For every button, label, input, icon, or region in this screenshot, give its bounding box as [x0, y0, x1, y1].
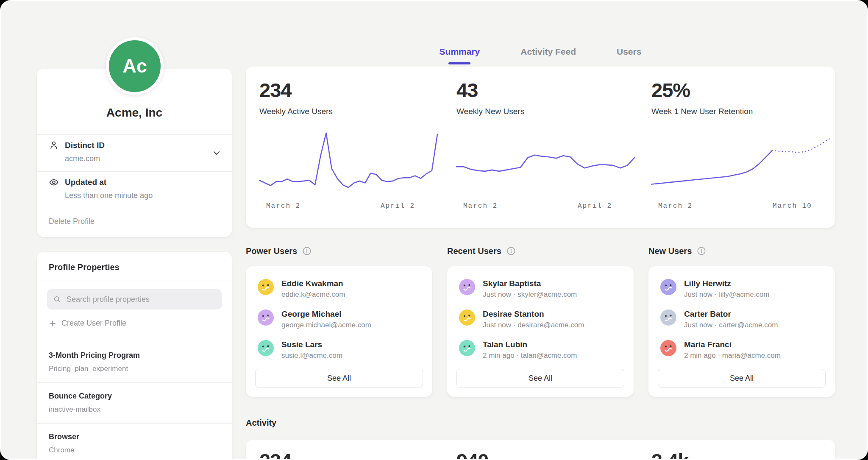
- avatar: [258, 340, 274, 356]
- activity-stat: 234: [259, 449, 291, 460]
- user-meta: Maria Franci 2 min ago · maria@acme.com: [684, 340, 781, 360]
- plus-icon: [49, 320, 56, 327]
- stat-weekly-active-users: 234 Weekly Active Users March 2 April 2: [259, 80, 437, 116]
- x-tick: April 2: [578, 202, 612, 210]
- property-value: inactive-mailbox: [49, 405, 100, 414]
- user-name: Skylar Baptista: [483, 279, 577, 288]
- x-tick: March 10: [773, 202, 812, 210]
- user-subtitle: Just now · lilly@acme.com: [684, 290, 769, 299]
- user-meta: Desirae Stanton Just now · desirare@acme…: [483, 309, 584, 329]
- tab-users[interactable]: Users: [617, 47, 641, 64]
- avatar: [660, 279, 676, 295]
- eye-icon: [49, 177, 59, 187]
- face-icon: [660, 309, 676, 326]
- property-item[interactable]: Bounce Category inactive-mailbox: [37, 382, 232, 423]
- property-name: Browser: [49, 432, 79, 441]
- weekly-active-users-chart: [259, 127, 437, 197]
- org-avatar: Ac: [106, 37, 164, 95]
- delete-profile-button[interactable]: Delete Profile: [49, 217, 95, 226]
- user-name: George Michael: [281, 309, 371, 319]
- x-tick: April 2: [381, 202, 415, 210]
- property-name: 3-Month Pricing Program: [49, 351, 140, 360]
- property-name: Bounce Category: [49, 392, 112, 401]
- info-icon[interactable]: [697, 246, 706, 256]
- avatar: [459, 309, 475, 326]
- recent-users-section: Recent Users Skylar Baptista Just now · …: [447, 246, 634, 397]
- user-subtitle: Just now · desirare@acme.com: [483, 321, 584, 329]
- tab-activity-feed[interactable]: Activity Feed: [520, 47, 576, 64]
- list-item[interactable]: George Michael george.michael@acme.com: [258, 309, 420, 329]
- user-subtitle: eddie.k@acme.com: [281, 290, 345, 299]
- face-icon: [459, 340, 475, 356]
- list-item[interactable]: Skylar Baptista Just now · skyler@acme.c…: [459, 279, 622, 299]
- user-meta: Susie Lars susie.l@acme.com: [281, 340, 342, 360]
- x-axis-ticks: March 2 April 2: [456, 202, 634, 211]
- user-meta: Skylar Baptista Just now · skyler@acme.c…: [483, 279, 577, 299]
- see-all-button[interactable]: See All: [255, 369, 423, 388]
- user-list-card: Eddie Kwakman eddie.k@acme.com George Mi…: [246, 266, 432, 397]
- face-icon: [660, 340, 676, 356]
- user-name: Talan Lubin: [483, 340, 577, 349]
- user-name: Lilly Herwitz: [684, 279, 769, 288]
- updated-at-row: Updated at Less than one minute ago: [37, 171, 232, 211]
- divider: [37, 211, 232, 211]
- list-item[interactable]: Eddie Kwakman eddie.k@acme.com: [258, 279, 420, 299]
- user-name: Maria Franci: [684, 340, 781, 349]
- search-input[interactable]: [66, 295, 216, 304]
- list-item[interactable]: Susie Lars susie.l@acme.com: [258, 340, 420, 360]
- create-user-profile-button[interactable]: Create User Profile: [49, 319, 126, 328]
- tab-summary[interactable]: Summary: [440, 47, 480, 64]
- app-frame: Ac Acme, Inc Distinct ID acme.com: [0, 0, 868, 460]
- chevron-down-icon[interactable]: [211, 148, 222, 158]
- avatar: [258, 309, 274, 326]
- x-axis-ticks: March 2 April 2: [259, 202, 437, 211]
- profile-properties-title: Profile Properties: [37, 252, 232, 272]
- stat-value: 25%: [651, 80, 829, 100]
- stat-label: Weekly Active Users: [259, 107, 437, 116]
- activity-stat: 3.4k: [651, 449, 688, 460]
- user-list-card: Skylar Baptista Just now · skyler@acme.c…: [447, 266, 634, 397]
- avatar: [660, 309, 676, 326]
- stat-value: 234: [259, 80, 437, 100]
- info-icon[interactable]: [506, 246, 516, 256]
- list-item[interactable]: Desirae Stanton Just now · desirare@acme…: [459, 309, 622, 329]
- avatar: [459, 340, 475, 356]
- list-item[interactable]: Lilly Herwitz Just now · lilly@acme.com: [660, 279, 823, 299]
- property-item[interactable]: Browser Chrome: [37, 423, 232, 460]
- user-subtitle: george.michael@acme.com: [281, 321, 371, 329]
- list-item[interactable]: Carter Bator Just now · carter@acme.com: [660, 309, 823, 329]
- activity-card: 234 940 3.4k: [246, 440, 835, 460]
- distinct-id-row: Distinct ID acme.com: [37, 134, 232, 171]
- tab-bar: Summary Activity Feed Users: [246, 47, 835, 64]
- face-icon: [258, 309, 274, 326]
- user-meta: George Michael george.michael@acme.com: [281, 309, 371, 329]
- distinct-id-label: Distinct ID: [65, 141, 105, 150]
- property-item[interactable]: 3-Month Pricing Program Pricing_plan_exp…: [37, 342, 232, 382]
- week1-retention-chart: [651, 127, 829, 197]
- user-meta: Eddie Kwakman eddie.k@acme.com: [281, 279, 345, 299]
- info-icon[interactable]: [302, 246, 312, 256]
- section-title: Power Users: [246, 246, 297, 256]
- face-icon: [258, 340, 274, 356]
- divider: [37, 281, 232, 281]
- section-header: New Users: [648, 246, 835, 256]
- section-title: Recent Users: [447, 246, 501, 256]
- user-subtitle: susie.l@acme.com: [281, 351, 342, 360]
- person-icon: [49, 140, 59, 151]
- create-user-profile-label: Create User Profile: [61, 319, 126, 328]
- x-axis-ticks: March 2 March 10: [651, 202, 829, 211]
- user-subtitle: 2 min ago · maria@acme.com: [684, 351, 781, 360]
- see-all-button[interactable]: See All: [658, 369, 826, 388]
- list-item[interactable]: Talan Lubin 2 min ago · talan@acme.com: [459, 340, 622, 360]
- avatar: [660, 340, 676, 356]
- list-item[interactable]: Maria Franci 2 min ago · maria@acme.com: [660, 340, 823, 360]
- updated-at-value: Less than one minute ago: [65, 191, 153, 200]
- property-value: Chrome: [49, 446, 74, 454]
- weekly-new-users-chart: [456, 127, 634, 197]
- distinct-id-value: acme.com: [65, 154, 100, 163]
- see-all-button[interactable]: See All: [456, 369, 624, 388]
- stat-label: Weekly New Users: [456, 107, 634, 116]
- search-box: [47, 289, 222, 309]
- section-header: Power Users: [246, 246, 432, 256]
- stat-label: Week 1 New User Retention: [651, 107, 829, 116]
